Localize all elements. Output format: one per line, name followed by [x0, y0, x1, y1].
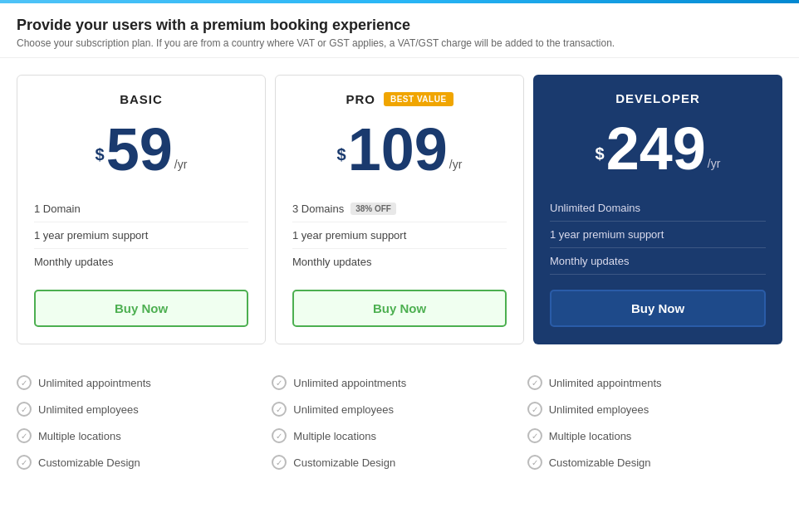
bottom-feature-pro-3: Customizable Design	[272, 449, 527, 476]
price-dollar-developer: $	[596, 144, 605, 164]
feature-developer-1: 1 year premium support	[550, 222, 766, 248]
plan-title-row-basic: BASIC	[34, 92, 248, 106]
check-icon	[272, 428, 287, 443]
feature-basic-1: 1 year premium support	[34, 222, 248, 249]
price-dollar-pro: $	[337, 145, 346, 164]
features-list-developer: Unlimited Domains 1 year premium support…	[550, 195, 766, 275]
price-amount-developer: 249	[606, 119, 706, 178]
feature-developer-2: Monthly updates	[550, 248, 766, 275]
bottom-feature-basic-2: Multiple locations	[17, 422, 272, 449]
check-icon	[17, 428, 32, 443]
bottom-feature-pro-2: Multiple locations	[272, 422, 527, 449]
plan-title-developer: DEVELOPER	[615, 91, 700, 105]
features-list-pro: 3 Domains 38% OFF 1 year premium support…	[292, 196, 507, 275]
plan-card-basic: BASIC $ 59 /yr 1 Domain 1 year premium s…	[17, 75, 266, 344]
plans-container: BASIC $ 59 /yr 1 Domain 1 year premium s…	[0, 58, 799, 353]
feature-developer-0: Unlimited Domains	[550, 195, 766, 222]
page-subtitle: Choose your subscription plan. If you ar…	[17, 37, 782, 49]
bottom-feature-basic-3: Customizable Design	[17, 449, 272, 476]
bottom-feature-basic-0: Unlimited appointments	[17, 369, 272, 396]
buy-button-developer[interactable]: Buy Now	[550, 290, 766, 327]
price-period-pro: /yr	[449, 158, 463, 171]
plan-title-row-pro: PRO BEST VALUE	[292, 92, 507, 106]
check-icon	[272, 375, 287, 390]
check-icon	[17, 402, 32, 417]
feature-pro-1: 1 year premium support	[292, 222, 507, 249]
plan-card-pro: PRO BEST VALUE $ 109 /yr 3 Domains 38% O…	[275, 75, 524, 344]
bottom-feature-pro-1: Unlimited employees	[272, 396, 527, 422]
bottom-feature-pro-0: Unlimited appointments	[272, 369, 527, 396]
best-value-badge: BEST VALUE	[384, 92, 453, 106]
price-period-basic: /yr	[174, 158, 188, 171]
price-amount-pro: 109	[348, 120, 448, 179]
price-dollar-basic: $	[96, 145, 105, 164]
check-icon	[272, 402, 287, 417]
feature-basic-2: Monthly updates	[34, 249, 248, 275]
plan-title-row-developer: DEVELOPER	[550, 91, 766, 105]
check-icon	[527, 375, 542, 390]
bottom-feature-developer-3: Customizable Design	[527, 449, 782, 476]
price-row-pro: $ 109 /yr	[292, 120, 507, 179]
bottom-feature-developer-2: Multiple locations	[527, 422, 782, 449]
check-icon	[272, 455, 287, 470]
plan-title-basic: BASIC	[120, 92, 163, 106]
price-row-developer: $ 249 /yr	[550, 119, 766, 178]
feature-basic-0: 1 Domain	[34, 196, 248, 222]
features-col-developer: Unlimited appointments Unlimited employe…	[527, 369, 782, 476]
check-icon	[17, 455, 32, 470]
bottom-feature-developer-1: Unlimited employees	[527, 396, 782, 422]
price-period-developer: /yr	[708, 157, 721, 170]
plan-title-pro: PRO	[346, 92, 375, 106]
check-icon	[527, 455, 542, 470]
features-col-basic: Unlimited appointments Unlimited employe…	[17, 369, 272, 476]
feature-pro-0: 3 Domains 38% OFF	[292, 196, 507, 222]
check-icon	[527, 402, 542, 417]
price-amount-basic: 59	[106, 120, 173, 179]
buy-button-pro[interactable]: Buy Now	[292, 290, 507, 327]
features-col-pro: Unlimited appointments Unlimited employe…	[272, 369, 527, 476]
buy-button-basic[interactable]: Buy Now	[34, 290, 248, 327]
feature-pro-2: Monthly updates	[292, 249, 507, 275]
off-badge: 38% OFF	[350, 203, 396, 215]
check-icon	[17, 375, 32, 390]
check-icon	[527, 428, 542, 443]
plan-card-developer: DEVELOPER $ 249 /yr Unlimited Domains 1 …	[533, 75, 782, 344]
bottom-feature-basic-1: Unlimited employees	[17, 396, 272, 422]
page-header: Provide your users with a premium bookin…	[0, 3, 799, 58]
bottom-feature-developer-0: Unlimited appointments	[527, 369, 782, 396]
price-row-basic: $ 59 /yr	[34, 120, 248, 179]
features-list-basic: 1 Domain 1 year premium support Monthly …	[34, 196, 248, 275]
features-bottom: Unlimited appointments Unlimited employe…	[0, 353, 799, 484]
page-title: Provide your users with a premium bookin…	[17, 17, 782, 34]
